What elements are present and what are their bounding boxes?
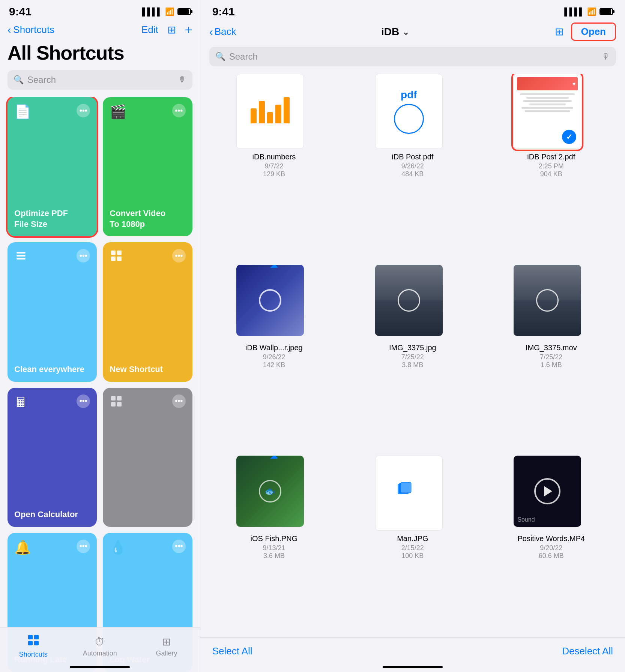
file-date-idb-numbers: 9/7/22 [252,162,296,170]
title-chevron-icon: ⌄ [402,27,410,37]
nav-bar-right: ‹ Back iDB ⌄ ⊞ Open [200,21,625,47]
file-thumb-ios-fish: ☁ 🐟 [236,456,311,531]
page-title-left: All Shortcuts [0,42,200,70]
shortcut-tile-optimize-pdf[interactable]: 📄 ••• Optimize PDFFile Size [8,97,97,236]
search-bar-left[interactable]: 🔍 Search 🎙 [8,70,192,90]
svg-rect-0 [17,252,26,254]
search-icon-right: 🔍 [215,52,225,62]
file-name-idb-wallpaper: iDB Wallp...r.jpeg [245,343,303,352]
search-icon-left: 🔍 [14,75,24,85]
tile-icon-untitled [110,394,123,411]
file-thumb-positive-words: Sound [514,456,589,531]
automation-tab-icon: ⏱ [95,636,105,648]
shortcut-tile-new-shortcut[interactable]: ••• New Shortcut [103,242,192,381]
time-right: 9:41 [212,5,235,18]
back-button-right[interactable]: ‹ Back [209,26,236,38]
select-all-button[interactable]: Select All [212,645,252,657]
right-panel: 9:41 ▌▌▌▌ 📶 ‹ Back iDB ⌄ ⊞ Open 🔍 Search… [200,0,625,672]
file-item-idb-wallpaper[interactable]: ☁ iDB Wallp...r.jpeg 9/26/22 142 KB [209,265,339,447]
nav-actions-left: Edit ⊞ + [141,22,192,37]
cloud-icon-ios-fish: ☁ [270,451,278,461]
file-size-img-3375-jpg: 3.8 MB [389,361,436,369]
file-size-ios-fish: 3.6 MB [251,552,298,560]
file-item-positive-words[interactable]: Sound Positive Words.MP4 9/20/22 60.6 MB [487,456,616,638]
mic-icon-right: 🎙 [602,52,610,62]
tab-shortcuts[interactable]: Shortcuts [0,634,67,658]
file-item-idb-post-2-pdf[interactable]: ✦ ✓ iDB Post 2.pdf 2:25 PM 904 KB [487,74,616,256]
file-name-positive-words: Positive Words.MP4 [517,534,585,543]
tile-more-untitled[interactable]: ••• [172,394,186,408]
tile-label-new-shortcut: New Shortcut [110,364,185,375]
svg-rect-1 [17,255,26,256]
file-name-man-jpg: Man.JPG [397,534,428,543]
shortcuts-grid: 📄 ••• Optimize PDFFile Size 🎬 ••• Conver… [0,97,200,672]
shortcut-tile-clean-everywhere[interactable]: ••• Clean everywhere [8,242,97,381]
svg-rect-5 [111,256,116,261]
tile-icon-clean-everywhere [14,249,28,266]
grid-view-icon-right[interactable]: ⊞ [555,26,563,38]
svg-rect-6 [117,256,122,261]
file-item-img-3375-jpg[interactable]: IMG_3375.jpg 7/25/22 3.8 MB [348,265,477,447]
tile-more-new-shortcut[interactable]: ••• [172,249,186,262]
tab-automation[interactable]: ⏱ Automation [67,636,134,657]
tile-more-open-calculator[interactable]: ••• [77,394,90,408]
svg-rect-12 [34,635,39,639]
grid-view-button[interactable]: ⊞ [167,24,176,36]
chevron-left-icon: ‹ [8,24,11,36]
back-button-left[interactable]: ‹ Shortcuts [8,24,54,36]
file-name-idb-post-2-pdf: iDB Post 2.pdf [527,152,575,162]
file-date-ios-fish: 9/13/21 [251,544,298,552]
file-date-img-3375-mov: 7/25/22 [526,353,577,361]
file-thumb-idb-wallpaper: ☁ [236,265,311,340]
tile-more-convert-video[interactable]: ••• [172,104,186,117]
file-thumb-man-jpg: ☁ [375,456,450,531]
deselect-all-button[interactable]: Deselect All [562,645,613,657]
file-name-ios-fish: iOS Fish.PNG [251,534,298,543]
chevron-back-icon-right: ‹ [209,26,213,38]
status-bar-right: 9:41 ▌▌▌▌ 📶 [200,0,625,21]
edit-button[interactable]: Edit [141,24,158,36]
shortcut-tile-open-calculator[interactable]: 🖩 ••• Open Calculator [8,388,97,527]
tile-label-optimize-pdf: Optimize PDFFile Size [14,208,90,230]
shortcut-tile-convert-video[interactable]: 🎬 ••• Convert VideoTo 1080p [103,97,192,236]
file-size-img-3375-mov: 1.6 MB [526,361,577,369]
file-info-idb-post-pdf: iDB Post.pdf 9/26/22 484 KB [392,152,433,178]
tile-icon-optimize-pdf: 📄 [14,104,31,120]
tile-more-running-late[interactable]: ••• [77,540,90,553]
tile-icon-open-calculator: 🖩 [14,394,28,410]
shortcut-tile-untitled[interactable]: ••• [103,388,192,527]
nav-right-actions: ⊞ Open [555,22,616,41]
shortcuts-tab-icon [27,634,39,649]
file-size-man-jpg: 100 KB [397,552,428,560]
svg-rect-2 [17,258,26,260]
tab-gallery[interactable]: ⊞ Gallery [133,636,200,657]
tile-more-log-water[interactable]: ••• [172,540,186,553]
tile-label-convert-video: Convert VideoTo 1080p [110,208,185,230]
folder-title: iDB [381,26,399,38]
file-item-idb-post-pdf[interactable]: ☁ pdf iDB Post.pdf 9/26/22 484 KB [348,74,477,256]
open-button[interactable]: Open [571,22,616,41]
status-bar-left: 9:41 ▌▌▌▌ 📶 [0,0,200,21]
file-item-man-jpg[interactable]: ☁ Man.JPG 2/15/22 100 KB [348,456,477,638]
file-size-idb-post-2-pdf: 904 KB [527,170,575,178]
tile-more-clean-everywhere[interactable]: ••• [77,249,90,262]
file-info-idb-wallpaper: iDB Wallp...r.jpeg 9/26/22 142 KB [245,343,303,369]
file-item-idb-numbers[interactable]: iDB.numbers 9/7/22 129 KB [209,74,339,256]
file-date-idb-post-2-pdf: 2:25 PM [527,162,575,170]
file-item-img-3375-mov[interactable]: IMG_3375.mov 7/25/22 1.6 MB [487,265,616,447]
svg-rect-13 [28,641,33,645]
home-indicator-right [383,666,443,668]
svg-rect-8 [117,396,122,400]
gallery-tab-label: Gallery [156,650,177,657]
add-shortcut-button[interactable]: + [185,22,192,37]
file-name-img-3375-jpg: IMG_3375.jpg [389,343,436,352]
status-icons-right: ▌▌▌▌ 📶 [564,7,613,16]
file-date-idb-wallpaper: 9/26/22 [245,353,303,361]
file-item-ios-fish[interactable]: ☁ 🐟 iOS Fish.PNG 9/13/21 3.6 MB [209,456,339,638]
file-date-positive-words: 9/20/22 [517,544,585,552]
search-bar-right[interactable]: 🔍 Search 🎙 [209,47,616,66]
tile-more-optimize-pdf[interactable]: ••• [77,104,90,117]
tile-icon-running-late: 🔔 [14,540,31,555]
file-info-ios-fish: iOS Fish.PNG 9/13/21 3.6 MB [251,534,298,560]
file-thumb-idb-numbers [236,74,311,149]
